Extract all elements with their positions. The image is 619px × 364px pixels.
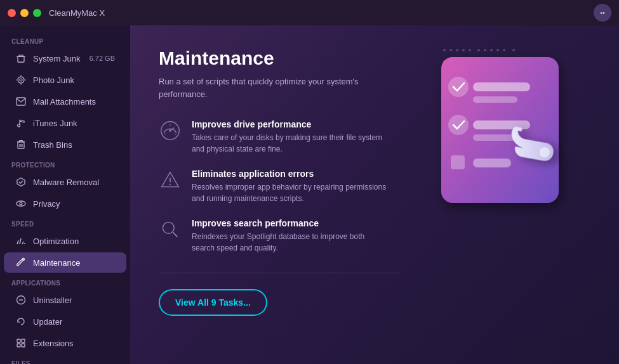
svg-point-18 (20, 202, 22, 205)
sidebar-item-system-junk[interactable]: System Junk 6.72 GB (4, 48, 126, 68)
sidebar-item-label-mail: Mail Attachments (33, 97, 96, 107)
trash-bins-icon (15, 139, 27, 150)
sidebar: CLEANUP System Junk 6.72 GB (0, 25, 130, 364)
close-button[interactable] (8, 9, 16, 17)
sidebar-item-label-uninstaller: Uninstaller (33, 296, 72, 305)
mail-icon (15, 96, 27, 107)
content-area: Maintenance Run a set of scripts that qu… (130, 25, 619, 364)
svg-rect-52 (473, 96, 517, 103)
section-label-files: FILES (0, 354, 130, 364)
svg-point-56 (448, 77, 469, 97)
svg-point-47 (170, 184, 171, 185)
feature-title-search: Improves search performance (192, 218, 389, 228)
feature-list: Improves drive performance Takes care of… (159, 119, 432, 254)
extensions-icon (15, 337, 27, 349)
sidebar-item-updater[interactable]: Updater (4, 311, 126, 332)
sidebar-item-optimization[interactable]: Optimization (4, 231, 126, 251)
svg-rect-29 (22, 344, 25, 347)
maintenance-icon (15, 257, 27, 268)
svg-point-57 (448, 115, 469, 135)
view-all-tasks-button[interactable]: View All 9 Tasks... (159, 289, 267, 316)
app-title: CleanMyMac X (49, 8, 105, 18)
sidebar-item-itunes-junk[interactable]: iTunes Junk (4, 113, 126, 133)
sidebar-item-label-maintenance: Maintenance (33, 258, 80, 268)
malware-icon (15, 176, 27, 188)
svg-line-19 (17, 240, 18, 244)
svg-rect-0 (18, 56, 24, 62)
sidebar-item-label-trash: Trash Bins (33, 140, 72, 150)
sidebar-item-trash-bins[interactable]: Trash Bins (4, 134, 126, 155)
svg-point-42 (169, 129, 171, 132)
sidebar-item-photo-junk[interactable]: Photo Junk (4, 70, 126, 90)
feature-desc-drive: Takes care of your disks by making sure … (192, 132, 389, 155)
itunes-icon (15, 117, 27, 129)
app-errors-icon (159, 169, 182, 192)
svg-rect-54 (473, 134, 517, 141)
drive-performance-icon (159, 119, 182, 142)
sidebar-item-privacy[interactable]: Privacy (4, 193, 126, 214)
svg-line-49 (173, 232, 177, 237)
sidebar-item-label-itunes: iTunes Junk (33, 119, 77, 128)
sidebar-item-extensions[interactable]: Extensions (4, 333, 126, 353)
sidebar-item-label-photo-junk: Photo Junk (33, 75, 74, 85)
sidebar-item-malware-removal[interactable]: Malware Removal (4, 172, 126, 192)
uninstaller-icon (15, 294, 27, 306)
privacy-icon (15, 198, 27, 209)
svg-point-10 (18, 124, 20, 127)
sidebar-item-mail-attachments[interactable]: Mail Attachments (4, 91, 126, 112)
svg-rect-9 (17, 98, 25, 105)
sidebar-item-maintenance[interactable]: Maintenance (4, 252, 126, 273)
main-layout: CLEANUP System Junk 6.72 GB (0, 25, 619, 364)
svg-point-48 (163, 222, 174, 233)
feature-text-search: Improves search performance Reindexes yo… (192, 218, 389, 254)
feature-text-drive: Improves drive performance Takes care of… (192, 119, 389, 155)
svg-point-4 (20, 79, 22, 81)
feature-title-errors: Eliminates application errors (192, 169, 389, 179)
feature-title-drive: Improves drive performance (192, 119, 389, 129)
svg-line-21 (22, 242, 23, 244)
feature-item-search: Improves search performance Reindexes yo… (159, 218, 432, 254)
feature-text-errors: Eliminates application errors Resolves i… (192, 169, 389, 204)
sidebar-item-label-system-junk: System Junk (33, 54, 80, 63)
svg-rect-55 (473, 159, 511, 167)
photo-junk-icon (15, 74, 27, 86)
sidebar-item-label-malware: Malware Removal (33, 178, 99, 187)
feature-desc-errors: Resolves improper app behavior by repair… (192, 181, 389, 204)
section-label-protection: PROTECTION (0, 155, 130, 171)
svg-rect-28 (17, 344, 20, 347)
section-label-speed: SPEED (0, 214, 130, 230)
updater-icon (15, 316, 27, 327)
search-performance-icon (159, 218, 182, 241)
titlebar: CleanMyMac X •• (0, 0, 619, 25)
section-label-applications: APPLICATIONS (0, 273, 130, 289)
avatar[interactable]: •• (594, 4, 611, 22)
system-junk-icon (15, 53, 27, 64)
svg-point-3 (18, 77, 24, 83)
content-divider (159, 273, 400, 273)
feature-item-drive: Improves drive performance Takes care of… (159, 119, 432, 155)
maintenance-illustration (422, 44, 600, 222)
optimization-icon (15, 235, 27, 247)
page-subtitle: Run a set of scripts that quickly optimi… (159, 75, 368, 100)
svg-rect-27 (22, 339, 25, 342)
feature-item-app-errors: Eliminates application errors Resolves i… (159, 169, 432, 204)
feature-desc-search: Reindexes your Spotlight database to imp… (192, 231, 389, 254)
sidebar-item-label-extensions: Extensions (33, 339, 74, 348)
traffic-lights (8, 9, 41, 17)
section-label-cleanup: CLEANUP (0, 32, 130, 48)
sidebar-item-uninstaller[interactable]: Uninstaller (4, 290, 126, 310)
minimize-button[interactable] (20, 9, 29, 17)
svg-point-17 (17, 201, 25, 206)
svg-point-23 (23, 259, 25, 261)
svg-rect-51 (473, 82, 530, 91)
maximize-button[interactable] (33, 9, 41, 17)
sidebar-item-label-updater: Updater (33, 317, 62, 327)
sidebar-item-label-privacy: Privacy (33, 199, 60, 209)
svg-rect-13 (20, 141, 23, 142)
svg-rect-26 (17, 339, 20, 342)
sidebar-item-label-optimization: Optimization (33, 237, 79, 246)
system-junk-badge: 6.72 GB (90, 55, 115, 62)
svg-line-20 (20, 238, 21, 244)
svg-rect-58 (451, 155, 465, 169)
